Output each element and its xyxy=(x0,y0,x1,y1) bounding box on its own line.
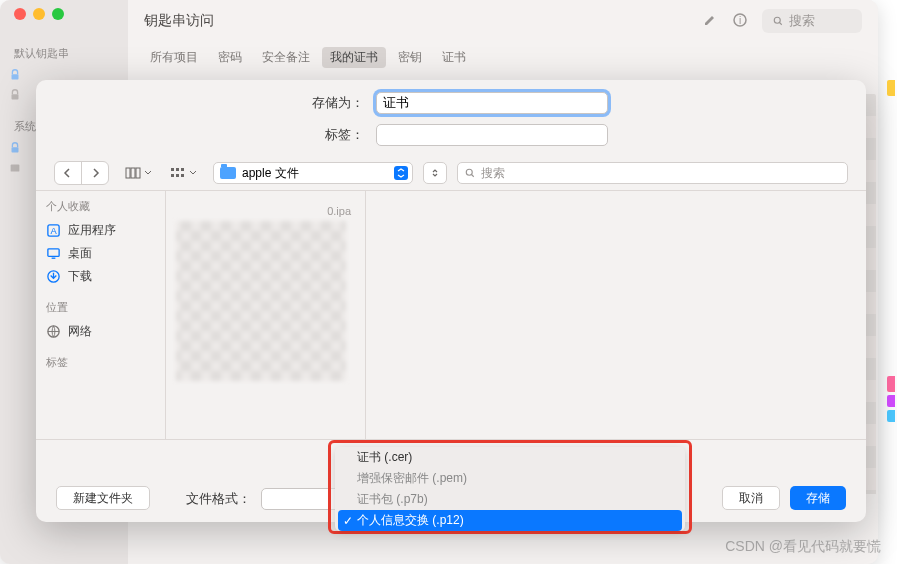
format-option-p7b: 证书包 (.p7b) xyxy=(335,489,685,510)
svg-rect-19 xyxy=(48,249,59,257)
svg-rect-3 xyxy=(11,165,20,172)
browser-column-2[interactable] xyxy=(366,191,866,439)
svg-point-6 xyxy=(774,17,780,23)
keychain-titlebar: 钥匙串访问 i 搜索 xyxy=(128,0,878,42)
tab-certs[interactable]: 证书 xyxy=(434,47,474,68)
toolbar-search[interactable]: 搜索 xyxy=(762,9,862,33)
save-sheet: 存储为： 标签： apple 文件 搜索 个人收藏 xyxy=(36,80,866,522)
tab-all[interactable]: 所有项目 xyxy=(142,47,206,68)
tab-notes[interactable]: 安全备注 xyxy=(254,47,318,68)
info-icon[interactable]: i xyxy=(732,12,748,31)
dropdown-caret-icon xyxy=(394,166,408,180)
minimize-window-button[interactable] xyxy=(33,8,45,20)
tags-input[interactable] xyxy=(376,124,608,146)
favorites-sidebar: 个人收藏 A应用程序 桌面 下载 位置 网络 标签 xyxy=(36,191,166,439)
location-dropdown[interactable]: apple 文件 xyxy=(213,162,413,184)
format-menu-popover: 证书 (.cer) 增强保密邮件 (.pem) 证书包 (.p7b) ✓个人信息… xyxy=(328,440,692,534)
svg-rect-7 xyxy=(126,168,130,178)
save-as-input[interactable] xyxy=(376,92,608,114)
location-name: apple 文件 xyxy=(242,165,299,182)
check-icon: ✓ xyxy=(343,514,353,528)
search-icon xyxy=(772,15,784,27)
svg-rect-13 xyxy=(171,174,174,177)
sidebar-item-network[interactable]: 网络 xyxy=(46,320,155,343)
forward-button[interactable] xyxy=(82,162,108,184)
svg-rect-2 xyxy=(12,147,19,152)
close-window-button[interactable] xyxy=(14,8,26,20)
keychain-tabs: 所有项目 密码 安全备注 我的证书 密钥 证书 xyxy=(128,42,878,72)
window-title: 钥匙串访问 xyxy=(144,12,214,30)
file-browser: 个人收藏 A应用程序 桌面 下载 位置 网络 标签 0.ipa xyxy=(36,190,866,440)
svg-rect-11 xyxy=(176,168,179,171)
sidebar-item-apps[interactable]: A应用程序 xyxy=(46,219,155,242)
save-button[interactable]: 存储 xyxy=(790,486,846,510)
back-button[interactable] xyxy=(55,162,81,184)
locations-title: 位置 xyxy=(46,300,155,315)
sidebar-item-desktop[interactable]: 桌面 xyxy=(46,242,155,265)
group-button[interactable] xyxy=(164,162,203,184)
new-folder-button[interactable]: 新建文件夹 xyxy=(56,486,150,510)
redacted-area xyxy=(176,221,346,381)
edit-icon[interactable] xyxy=(702,12,718,31)
svg-text:A: A xyxy=(50,226,57,236)
format-option-p12[interactable]: ✓个人信息交换 (.p12) xyxy=(338,510,682,531)
window-controls xyxy=(0,8,128,20)
view-columns-button[interactable] xyxy=(119,162,158,184)
sidebar-section-default: 默认钥匙串 xyxy=(0,42,128,65)
tab-passwords[interactable]: 密码 xyxy=(210,47,250,68)
svg-rect-14 xyxy=(176,174,179,177)
folder-icon xyxy=(220,167,236,179)
svg-text:i: i xyxy=(739,15,741,26)
save-as-label: 存储为： xyxy=(36,94,376,112)
svg-point-16 xyxy=(466,169,472,175)
browser-column-1[interactable]: 0.ipa xyxy=(166,191,366,439)
tab-my-certs[interactable]: 我的证书 xyxy=(322,47,386,68)
search-placeholder: 搜索 xyxy=(481,165,505,182)
cancel-button[interactable]: 取消 xyxy=(722,486,780,510)
svg-rect-10 xyxy=(171,168,174,171)
format-option-pem: 增强保密邮件 (.pem) xyxy=(335,468,685,489)
sidebar-item-downloads[interactable]: 下载 xyxy=(46,265,155,288)
tab-keys[interactable]: 密钥 xyxy=(390,47,430,68)
watermark: CSDN @看见代码就要慌 xyxy=(725,538,881,556)
svg-rect-8 xyxy=(131,168,135,178)
tags-label: 标签： xyxy=(36,126,376,144)
expand-button[interactable] xyxy=(423,162,447,184)
svg-rect-9 xyxy=(136,168,140,178)
right-edge-decor xyxy=(887,80,897,520)
tags-section-title: 标签 xyxy=(46,355,155,370)
file-item-label: 0.ipa xyxy=(327,205,351,217)
browser-toolbar: apple 文件 搜索 xyxy=(36,156,866,190)
svg-rect-15 xyxy=(181,174,184,177)
svg-rect-0 xyxy=(12,74,19,79)
svg-rect-12 xyxy=(181,168,184,171)
toolbar-search-placeholder: 搜索 xyxy=(789,12,815,30)
zoom-window-button[interactable] xyxy=(52,8,64,20)
svg-rect-1 xyxy=(12,94,19,99)
search-icon xyxy=(464,167,476,179)
search-input[interactable]: 搜索 xyxy=(457,162,848,184)
nav-buttons xyxy=(54,161,109,185)
format-option-cer[interactable]: 证书 (.cer) xyxy=(335,447,685,468)
favorites-title: 个人收藏 xyxy=(46,199,155,214)
